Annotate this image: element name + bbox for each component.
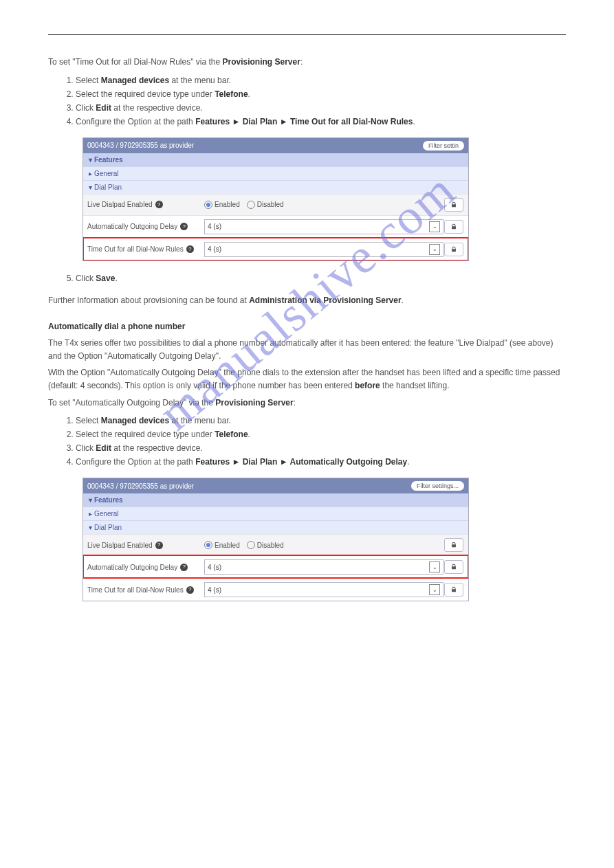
intro-line-2: To set "Automatically Outgoing Delay" vi… (48, 397, 566, 410)
row-label: Live Dialpad Enabled (87, 201, 153, 208)
lock-button[interactable] (444, 583, 463, 597)
section-dial-plan[interactable]: ▾Dial Plan (83, 180, 468, 194)
row-live-dialpad: Live Dialpad Enabled ? Enabled Disabled (83, 194, 468, 215)
chevron-down-icon: ▾ (89, 156, 94, 164)
section-features[interactable]: ▾Features (83, 153, 468, 166)
lock-button[interactable] (444, 220, 463, 234)
autodial-p1: The T4x series offer two possibilities t… (48, 337, 566, 362)
chevron-down-icon: ⌄ (429, 221, 440, 232)
chevron-down-icon: ⌄ (429, 244, 440, 255)
chevron-right-icon: ▸ (89, 510, 94, 518)
intro-after: : (300, 57, 303, 67)
lock-button[interactable] (444, 560, 463, 574)
step: Select the required device type under Te… (76, 430, 566, 439)
note-further-info: Further Information about provisioning c… (48, 294, 566, 307)
chevron-down-icon: ⌄ (429, 561, 440, 572)
screenshot-panel-1: 0004343 / 9702905355 as provider Filter … (83, 137, 469, 261)
chevron-right-icon: ▸ (89, 170, 94, 177)
chevron-down-icon: ▾ (89, 496, 94, 504)
row-label: Live Dialpad Enabled (87, 542, 153, 549)
help-icon[interactable]: ? (180, 564, 188, 571)
titlebar-text: 0004343 / 9702905355 as provider (87, 142, 194, 149)
row-auto-delay: Automatically Outgoing Delay ? 4 (s) ⌄ (83, 215, 468, 238)
timeout-select[interactable]: 4 (s) ⌄ (204, 582, 443, 597)
intro-line: To set "Time Out for all Dial-Now Rules"… (48, 56, 566, 69)
row-label: Automatically Outgoing Delay (87, 223, 177, 230)
heading-auto-dial: Automatically dial a phone number (48, 322, 566, 331)
step: Select the required device type under Te… (76, 89, 566, 99)
step: Click Edit at the respective device. (76, 103, 566, 113)
chevron-down-icon: ⌄ (429, 584, 440, 595)
help-icon[interactable]: ? (186, 586, 194, 594)
steps-list-1b: Click Save. (76, 274, 566, 283)
timeout-select[interactable]: 4 (s) ⌄ (204, 242, 443, 257)
chevron-down-icon: ▾ (89, 524, 94, 531)
section-features[interactable]: ▾Features (83, 493, 468, 507)
step: Click Edit at the respective device. (76, 443, 566, 453)
steps-list-2: Select Managed devices at the menu bar. … (76, 416, 566, 467)
panel-titlebar: 0004343 / 9702905355 as provider Filter … (83, 478, 468, 493)
auto-delay-select[interactable]: 4 (s) ⌄ (204, 219, 443, 234)
row-label: Automatically Outgoing Delay (87, 564, 177, 571)
screenshot-panel-2: 0004343 / 9702905355 as provider Filter … (83, 478, 469, 601)
lock-button[interactable] (444, 243, 463, 256)
radio-disabled[interactable]: Disabled (247, 201, 284, 209)
step: Select Managed devices at the menu bar. (76, 76, 566, 85)
help-icon[interactable]: ? (155, 542, 163, 549)
chevron-down-icon: ▾ (89, 183, 94, 191)
titlebar-text: 0004343 / 9702905355 as provider (87, 482, 194, 490)
intro-bold: Provisioning Server (223, 57, 300, 67)
help-icon[interactable]: ? (186, 245, 194, 253)
row-timeout-dialnow: Time Out for all Dial-Now Rules ? 4 (s) … (83, 238, 468, 260)
row-timeout-dialnow: Time Out for all Dial-Now Rules ? 4 (s) … (83, 578, 468, 601)
radio-disabled[interactable]: Disabled (247, 541, 284, 549)
lock-button[interactable] (444, 538, 463, 552)
row-auto-delay: Automatically Outgoing Delay ? 4 (s) ⌄ (83, 555, 468, 578)
filter-settings-button[interactable]: Filter settings... (411, 481, 464, 491)
intro-before: To set "Time Out for all Dial-Now Rules"… (48, 57, 220, 67)
step: Configure the Option at the path Feature… (76, 117, 566, 126)
panel-titlebar: 0004343 / 9702905355 as provider Filter … (83, 138, 468, 153)
autodial-p2: With the Option "Automatically Outgoing … (48, 366, 566, 392)
step: Configure the Option at the path Feature… (76, 457, 566, 467)
section-general[interactable]: ▸General (83, 507, 468, 520)
section-general[interactable]: ▸General (83, 166, 468, 180)
row-label: Time Out for all Dial-Now Rules (87, 586, 184, 594)
section-dial-plan[interactable]: ▾Dial Plan (83, 520, 468, 534)
help-icon[interactable]: ? (180, 223, 188, 230)
auto-delay-select[interactable]: 4 (s) ⌄ (204, 559, 443, 575)
lock-button[interactable] (444, 198, 463, 212)
row-label: Time Out for all Dial-Now Rules (87, 245, 184, 253)
filter-settings-button[interactable]: Filter settin (423, 141, 464, 151)
step: Select Managed devices at the menu bar. (76, 416, 566, 425)
header-rule (48, 34, 566, 35)
row-live-dialpad: Live Dialpad Enabled ? Enabled Disabled (83, 534, 468, 555)
steps-list-1: Select Managed devices at the menu bar. … (76, 76, 566, 126)
radio-enabled[interactable]: Enabled (204, 201, 240, 209)
help-icon[interactable]: ? (155, 201, 163, 208)
radio-enabled[interactable]: Enabled (204, 541, 240, 549)
step: Click Save. (76, 274, 566, 283)
